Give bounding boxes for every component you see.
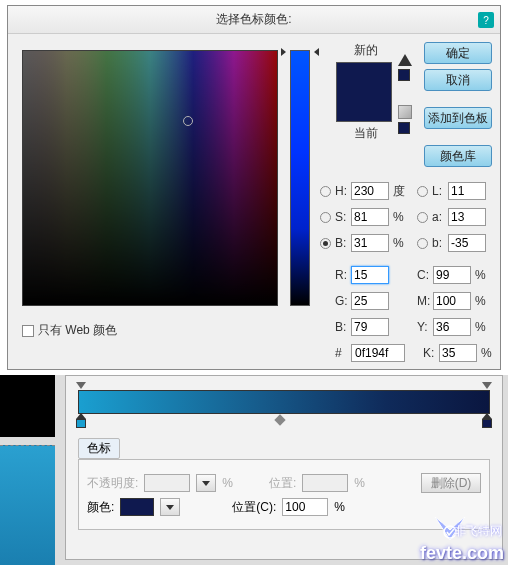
- label-l: L:: [432, 184, 448, 198]
- canvas-black: [0, 375, 55, 437]
- input-b-lab[interactable]: [448, 234, 486, 252]
- position-label-disabled: 位置:: [269, 475, 296, 492]
- stop-color-swatch[interactable]: [120, 498, 154, 516]
- color-lib-button[interactable]: 颜色库: [424, 145, 492, 167]
- unit-y: %: [471, 320, 489, 334]
- unit-m: %: [471, 294, 489, 308]
- swatch-group: 新的 当前: [336, 42, 396, 142]
- current-label: 当前: [336, 125, 396, 142]
- titlebar: 选择色标颜色: ?: [8, 6, 500, 34]
- add-swatch-button[interactable]: 添加到色板: [424, 107, 492, 129]
- color-stop-left[interactable]: [76, 419, 86, 428]
- label-y: Y:: [417, 320, 433, 334]
- help-button[interactable]: ?: [478, 12, 494, 28]
- radio-s[interactable]: [320, 212, 331, 223]
- color-picker-dialog: 选择色标颜色: ? 新的 当前 确定 取消 添加到色板: [7, 5, 501, 370]
- label-hex: #: [335, 346, 351, 360]
- web-only-row: 只有 Web 颜色: [22, 322, 117, 339]
- unit-h: 度: [389, 183, 407, 200]
- label-b-lab: b:: [432, 236, 448, 250]
- web-only-checkbox[interactable]: [22, 325, 34, 337]
- delete-button[interactable]: 删除(D): [421, 473, 481, 493]
- swatch-box: [336, 62, 392, 122]
- dialog-title: 选择色标颜色:: [16, 11, 492, 28]
- watermark-cn: 非飞特网: [454, 523, 502, 540]
- gamut-warning-icon[interactable]: [398, 54, 412, 66]
- color-label: 颜色:: [87, 499, 114, 516]
- opacity-stop-left[interactable]: [76, 382, 86, 390]
- dialog-body: 新的 当前 确定 取消 添加到色板 颜色库 H:: [8, 34, 500, 369]
- color-field-cursor[interactable]: [183, 116, 193, 126]
- label-a: a:: [432, 210, 448, 224]
- input-k[interactable]: [439, 344, 477, 362]
- cancel-button[interactable]: 取消: [424, 69, 492, 91]
- new-label: 新的: [336, 42, 396, 59]
- label-h: H:: [335, 184, 351, 198]
- radio-a[interactable]: [417, 212, 428, 223]
- position-input[interactable]: [282, 498, 328, 516]
- opacity-input: [144, 474, 190, 492]
- input-b-rgb[interactable]: [351, 318, 389, 336]
- input-c[interactable]: [433, 266, 471, 284]
- opacity-dropdown: [196, 474, 216, 492]
- label-m: M:: [417, 294, 433, 308]
- radio-h[interactable]: [320, 186, 331, 197]
- label-k: K:: [423, 346, 439, 360]
- unit-k: %: [477, 346, 495, 360]
- input-b-hsb[interactable]: [351, 234, 389, 252]
- radio-b-hsb[interactable]: [320, 238, 331, 249]
- input-g[interactable]: [351, 292, 389, 310]
- value-grid: H: 度 L: S: % a: B:: [320, 178, 495, 366]
- hue-slider-handle[interactable]: [283, 48, 317, 56]
- input-l[interactable]: [448, 182, 486, 200]
- label-s: S:: [335, 210, 351, 224]
- canvas-blue: [0, 445, 55, 565]
- gamut-swatch-icon[interactable]: [398, 69, 410, 81]
- input-hex[interactable]: [351, 344, 405, 362]
- websafe-warning-icon[interactable]: [398, 105, 412, 119]
- label-r: R:: [335, 268, 351, 282]
- label-c: C:: [417, 268, 433, 282]
- opacity-stop-right[interactable]: [482, 382, 492, 390]
- unit-s: %: [389, 210, 407, 224]
- swatch-new[interactable]: [337, 63, 391, 92]
- input-s[interactable]: [351, 208, 389, 226]
- opacity-label: 不透明度:: [87, 475, 138, 492]
- color-stop-right[interactable]: [482, 419, 492, 428]
- input-y[interactable]: [433, 318, 471, 336]
- input-r[interactable]: [351, 266, 389, 284]
- position-input-disabled: [302, 474, 348, 492]
- label-b-rgb: B:: [335, 320, 351, 334]
- color-dropdown[interactable]: [160, 498, 180, 516]
- websafe-swatch-icon[interactable]: [398, 122, 410, 134]
- ok-button[interactable]: 确定: [424, 42, 492, 64]
- unit-b-hsb: %: [389, 236, 407, 250]
- unit-c: %: [471, 268, 489, 282]
- web-only-label: 只有 Web 颜色: [38, 322, 117, 339]
- radio-b-lab[interactable]: [417, 238, 428, 249]
- input-a[interactable]: [448, 208, 486, 226]
- button-column: 确定 取消 添加到色板 颜色库: [424, 42, 492, 167]
- radio-l[interactable]: [417, 186, 428, 197]
- label-g: G:: [335, 294, 351, 308]
- input-m[interactable]: [433, 292, 471, 310]
- midpoint-diamond[interactable]: [274, 414, 285, 425]
- label-b-hsb: B:: [335, 236, 351, 250]
- gradient-bar-wrap: [78, 390, 490, 414]
- color-field[interactable]: [22, 50, 278, 306]
- hue-slider[interactable]: [290, 50, 310, 306]
- gradient-bar[interactable]: [78, 390, 490, 414]
- input-h[interactable]: [351, 182, 389, 200]
- swatch-current[interactable]: [337, 92, 391, 121]
- warning-icons: [398, 54, 412, 134]
- position-unit: %: [334, 500, 345, 514]
- stops-section-label: 色标: [78, 438, 120, 459]
- position-label: 位置(C):: [232, 499, 276, 516]
